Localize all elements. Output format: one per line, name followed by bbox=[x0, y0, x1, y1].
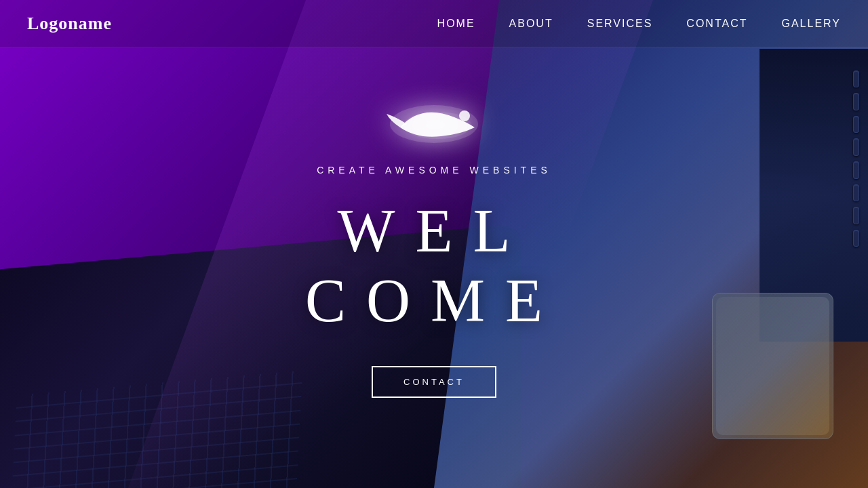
svg-point-2 bbox=[403, 112, 471, 139]
page-wrapper: Logoname HOME ABOUT SERVICES CONTACT GAL… bbox=[0, 0, 868, 488]
nav-contact[interactable]: CONTACT bbox=[686, 18, 747, 30]
hero-contact-button[interactable]: CONTACT bbox=[372, 366, 496, 398]
hero-content: CREATE AWESOME WEBSITES WEL COME CONTACT bbox=[197, 90, 671, 398]
logo[interactable]: Logoname bbox=[27, 14, 112, 34]
nav-gallery[interactable]: GALLERY bbox=[781, 18, 841, 30]
nav-about[interactable]: ABOUT bbox=[509, 18, 553, 30]
nav-services[interactable]: SERVICES bbox=[587, 18, 653, 30]
hero-subtitle: CREATE AWESOME WEBSITES bbox=[197, 165, 671, 176]
nav-links: HOME ABOUT SERVICES CONTACT GALLERY bbox=[437, 18, 841, 30]
nav-home[interactable]: HOME bbox=[437, 18, 475, 30]
navbar: Logoname HOME ABOUT SERVICES CONTACT GAL… bbox=[0, 0, 868, 47]
hero-title: WEL COME bbox=[197, 196, 671, 336]
hero-rocket-icon bbox=[380, 90, 488, 151]
